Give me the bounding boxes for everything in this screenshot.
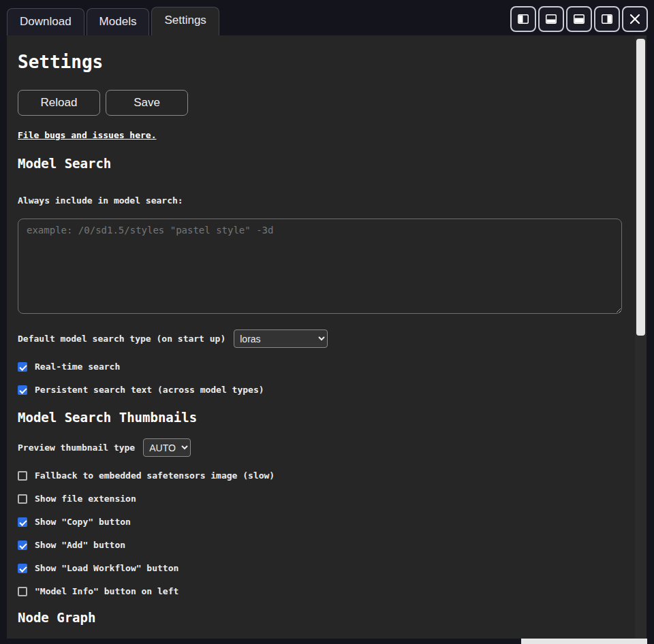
- close-icon: [627, 12, 642, 27]
- tab-download[interactable]: Download: [7, 8, 84, 35]
- thumbnails-heading: Model Search Thumbnails: [18, 410, 625, 425]
- checkbox-label: Show file extension: [35, 494, 136, 504]
- tab-models[interactable]: Models: [87, 8, 150, 35]
- preview-thumbnail-label: Preview thumbnail type: [18, 442, 135, 453]
- show-file-extension-checkbox-row[interactable]: Show file extension: [18, 494, 625, 504]
- realtime-search-checkbox[interactable]: [18, 362, 27, 372]
- always-include-textarea[interactable]: [18, 219, 622, 314]
- checkbox-label: Show "Add" button: [35, 540, 125, 550]
- checkbox-label: Persistent search text (across model typ…: [35, 385, 264, 395]
- show-add-button-checkbox-row[interactable]: Show "Add" button: [18, 540, 625, 550]
- fallback-safetensors-checkbox[interactable]: [18, 471, 27, 481]
- show-copy-button-checkbox-row[interactable]: Show "Copy" button: [18, 517, 625, 527]
- dock-bottom-icon: [544, 12, 558, 26]
- dock-bottom-button[interactable]: [538, 6, 564, 32]
- fallback-safetensors-checkbox-row[interactable]: Fallback to embedded safetensors image (…: [18, 470, 625, 481]
- preview-thumbnail-select[interactable]: AUTO: [143, 438, 191, 457]
- action-buttons: Reload Save: [18, 90, 625, 116]
- tab-bar: Download Models Settings: [0, 0, 654, 35]
- app-window: Download Models Settings: [0, 0, 654, 644]
- close-button[interactable]: [622, 6, 648, 32]
- model-info-left-checkbox[interactable]: [18, 587, 27, 596]
- always-include-label: Always include in model search:: [18, 195, 625, 206]
- vertical-scrollbar-thumb[interactable]: [636, 39, 645, 336]
- settings-content: Settings Reload Save File bugs and issue…: [7, 35, 635, 639]
- window-controls: [510, 6, 648, 32]
- realtime-search-checkbox-row[interactable]: Real-time search: [18, 361, 625, 372]
- vertical-scrollbar[interactable]: [635, 35, 647, 639]
- persistent-search-checkbox[interactable]: [18, 385, 27, 395]
- reload-button[interactable]: Reload: [18, 90, 100, 116]
- checkbox-label: Fallback to embedded safetensors image (…: [35, 470, 275, 481]
- show-copy-button-checkbox[interactable]: [18, 517, 27, 527]
- checkbox-label: "Model Info" button on left: [35, 586, 178, 596]
- horizontal-scrollbar-thumb[interactable]: [521, 639, 647, 644]
- checkbox-label: Show "Load Workflow" button: [35, 563, 178, 573]
- dock-right-button[interactable]: [594, 6, 620, 32]
- default-search-type-label: Default model search type (on start up): [18, 334, 225, 344]
- save-button[interactable]: Save: [106, 90, 188, 116]
- dock-right-icon: [600, 12, 614, 26]
- model-info-left-checkbox-row[interactable]: "Model Info" button on left: [18, 586, 625, 596]
- show-load-workflow-checkbox[interactable]: [18, 564, 27, 573]
- default-search-type-select[interactable]: loras: [234, 329, 328, 348]
- page-title: Settings: [18, 52, 625, 72]
- horizontal-scrollbar[interactable]: [0, 639, 654, 644]
- checkbox-label: Show "Copy" button: [35, 517, 131, 527]
- preview-thumbnail-row: Preview thumbnail type AUTO: [18, 438, 625, 457]
- checkbox-label: Real-time search: [35, 361, 120, 372]
- show-file-extension-checkbox[interactable]: [18, 494, 27, 504]
- show-load-workflow-checkbox-row[interactable]: Show "Load Workflow" button: [18, 563, 625, 573]
- model-search-heading: Model Search: [18, 156, 625, 171]
- tab-list: Download Models Settings: [7, 7, 221, 35]
- file-bugs-link[interactable]: File bugs and issues here.: [18, 130, 157, 140]
- dock-left-icon: [516, 12, 530, 26]
- dock-bottom-tall-button[interactable]: [566, 6, 592, 32]
- tab-settings[interactable]: Settings: [151, 7, 219, 35]
- settings-panel: Settings Reload Save File bugs and issue…: [7, 35, 647, 639]
- dock-left-button[interactable]: [510, 6, 536, 32]
- dock-bottom-tall-icon: [572, 12, 586, 26]
- show-add-button-checkbox[interactable]: [18, 541, 27, 550]
- persistent-search-checkbox-row[interactable]: Persistent search text (across model typ…: [18, 385, 625, 395]
- node-graph-heading: Node Graph: [18, 610, 625, 625]
- default-search-type-row: Default model search type (on start up) …: [18, 329, 625, 348]
